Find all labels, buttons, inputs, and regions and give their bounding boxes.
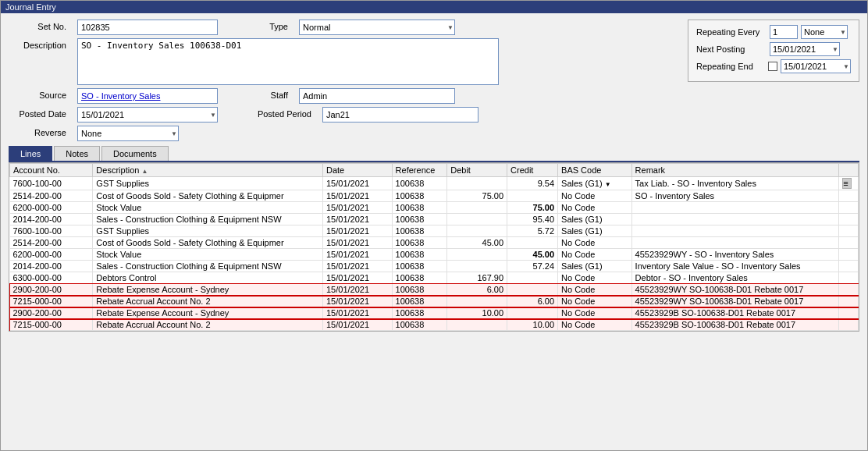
table-cell: Sales (G1) xyxy=(558,226,632,237)
table-cell: Sales (G1) xyxy=(558,214,632,226)
table-cell: 2014-200-00 xyxy=(10,214,93,226)
table-row[interactable]: 7215-000-00Rebate Accrual Account No. 21… xyxy=(10,319,859,331)
table-cell: 5.72 xyxy=(507,226,558,237)
set-no-input[interactable] xyxy=(77,20,218,35)
table-cell: 6200-000-00 xyxy=(10,202,93,214)
right-panel: Repeating Every ▼ Next Posting ▼ Repeati… xyxy=(688,20,859,82)
table-cell xyxy=(507,190,558,202)
table-cell: Stock Value xyxy=(93,249,323,261)
table-cell xyxy=(447,177,507,190)
next-posting-input[interactable] xyxy=(770,42,840,56)
table-cell: Sales - Construction Clothing & Equipmen… xyxy=(93,261,323,272)
table-cell: 100638 xyxy=(392,272,447,284)
table-row[interactable]: 6200-000-00Stock Value15/01/202110063875… xyxy=(10,202,859,214)
table-cell: 45.00 xyxy=(447,237,507,249)
table-row[interactable]: 7215-000-00Rebate Accrual Account No. 21… xyxy=(10,296,859,307)
table-row[interactable]: 2014-200-00Sales - Construction Clothing… xyxy=(10,261,859,272)
table-cell: Rebate Accrual Account No. 2 xyxy=(93,319,323,331)
table-cell: 100638 xyxy=(392,177,447,190)
tab-lines[interactable]: Lines xyxy=(9,146,52,161)
table-cell xyxy=(447,319,507,331)
table-cell: 2514-200-00 xyxy=(10,190,93,202)
col-header-description: Description ▲ xyxy=(93,164,323,177)
table-cell: 10.00 xyxy=(447,307,507,319)
table-row[interactable]: 2514-200-00Cost of Goods Sold - Safety C… xyxy=(10,190,859,202)
description-input[interactable]: SO - Inventory Sales 100638-D01 xyxy=(77,38,499,85)
table-cell: No Code xyxy=(558,237,632,249)
col-header-account: Account No. xyxy=(10,164,93,177)
table-cell: Cost of Goods Sold - Safety Clothing & E… xyxy=(93,190,323,202)
repeating-every-input[interactable] xyxy=(770,25,798,39)
table-cell xyxy=(447,261,507,272)
source-input[interactable] xyxy=(77,88,218,104)
table-cell: 2014-200-00 xyxy=(10,261,93,272)
repeating-end-input[interactable] xyxy=(781,59,851,73)
table-row[interactable]: 7600-100-00GST Supplies15/01/20211006389… xyxy=(10,177,859,190)
table-cell xyxy=(447,226,507,237)
col-header-date: Date xyxy=(322,164,392,177)
table-cell: 15/01/2021 xyxy=(322,261,392,272)
staff-input[interactable] xyxy=(299,88,455,104)
scrollbar-cell xyxy=(839,261,859,272)
table-cell: No Code xyxy=(558,307,632,319)
table-cell: 7600-100-00 xyxy=(10,177,93,190)
table-cell: 45.00 xyxy=(507,249,558,261)
tab-notes[interactable]: Notes xyxy=(54,146,100,161)
scrollbar-cell xyxy=(839,307,859,319)
table-row[interactable]: 7600-100-00GST Supplies15/01/20211006385… xyxy=(10,226,859,237)
sort-icon-desc: ▲ xyxy=(141,168,148,175)
repeating-every-label: Repeating Every xyxy=(696,27,767,37)
table-cell: Debtors Control xyxy=(93,272,323,284)
posted-period-input[interactable] xyxy=(322,107,478,123)
reverse-input[interactable] xyxy=(77,126,179,141)
table-cell xyxy=(447,202,507,214)
table-cell: 100638 xyxy=(392,237,447,249)
table-row[interactable]: 2514-200-00Cost of Goods Sold - Safety C… xyxy=(10,237,859,249)
tab-documents[interactable]: Documents xyxy=(101,146,169,161)
scrollbar-cell: ≡ xyxy=(839,177,859,190)
posted-period-label: Posted Period xyxy=(246,107,316,119)
posted-date-input[interactable] xyxy=(77,107,218,123)
repeating-every-unit-input[interactable] xyxy=(801,25,848,39)
table-cell xyxy=(631,237,839,249)
table-cell: 167.90 xyxy=(447,272,507,284)
table-cell: Rebate Expense Account - Sydney xyxy=(93,307,323,319)
table-cell: 6200-000-00 xyxy=(10,249,93,261)
table-cell: 45523929WY - SO - Inventory Sales xyxy=(631,249,839,261)
repeating-end-label: Repeating End xyxy=(696,62,765,71)
table-cell xyxy=(631,226,839,237)
source-label: Source xyxy=(9,88,71,100)
table-cell: 15/01/2021 xyxy=(322,190,392,202)
table-row[interactable]: 6300-000-00Debtors Control15/01/20211006… xyxy=(10,272,859,284)
table-row[interactable]: 2900-200-00Rebate Expense Account - Sydn… xyxy=(10,307,859,319)
table-row[interactable]: 2900-200-00Rebate Expense Account - Sydn… xyxy=(10,284,859,296)
table-cell: 45523929B SO-100638-D01 Rebate 0017 xyxy=(631,307,839,319)
description-label: Description xyxy=(9,38,71,50)
posted-date-label: Posted Date xyxy=(9,107,71,119)
col-header-credit: Credit xyxy=(507,164,558,177)
table-row[interactable]: 2014-200-00Sales - Construction Clothing… xyxy=(10,214,859,226)
table-cell: 45523929WY SO-100638-D01 Rebate 0017 xyxy=(631,284,839,296)
table-cell xyxy=(507,284,558,296)
scrollbar-cell xyxy=(839,284,859,296)
table-cell: 100638 xyxy=(392,226,447,237)
table-cell xyxy=(507,272,558,284)
table-row[interactable]: 6200-000-00Stock Value15/01/202110063845… xyxy=(10,249,859,261)
table-cell: Cost of Goods Sold - Safety Clothing & E… xyxy=(93,237,323,249)
table-cell: 15/01/2021 xyxy=(322,307,392,319)
table-body: 7600-100-00GST Supplies15/01/20211006389… xyxy=(10,177,859,331)
table-cell: 15/01/2021 xyxy=(322,237,392,249)
type-label: Type xyxy=(246,20,293,31)
table-cell xyxy=(507,307,558,319)
table-cell: 95.40 xyxy=(507,214,558,226)
table-header-row: Account No. Description ▲ Date Reference… xyxy=(10,164,859,177)
type-input[interactable] xyxy=(299,20,455,35)
table-cell: 2900-200-00 xyxy=(10,307,93,319)
table-cell: 7600-100-00 xyxy=(10,226,93,237)
scrollbar-cell xyxy=(839,272,859,284)
table-cell: 15/01/2021 xyxy=(322,319,392,331)
table-cell: 15/01/2021 xyxy=(322,249,392,261)
table-cell: Sales - Construction Clothing & Equipmen… xyxy=(93,214,323,226)
col-header-debit: Debit xyxy=(447,164,507,177)
repeating-end-checkbox[interactable] xyxy=(768,62,777,71)
